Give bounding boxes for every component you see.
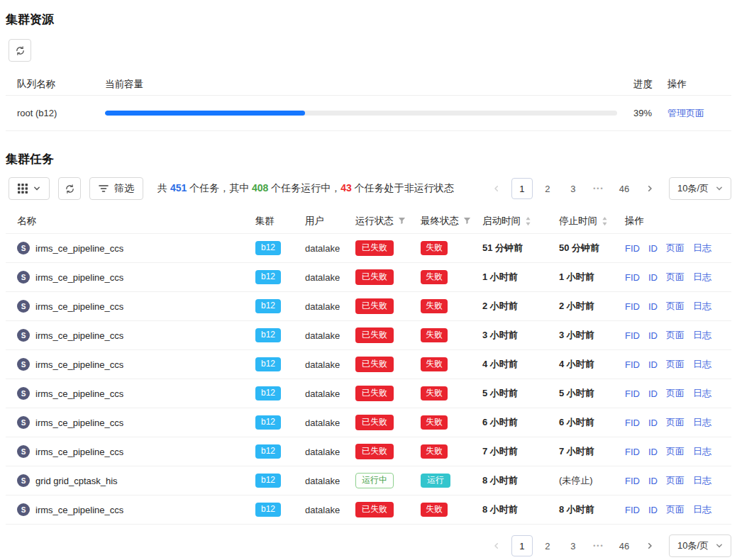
column-layout-dropdown-button[interactable] (9, 177, 50, 200)
filter-funnel-icon[interactable] (398, 217, 406, 225)
log-link[interactable]: 日志 (693, 503, 711, 516)
page-link[interactable]: 页面 (666, 474, 685, 487)
pagination-page-46[interactable]: 46 (614, 535, 635, 556)
run-status-cell: 已失败 (355, 357, 421, 372)
user-cell: datalake (305, 505, 355, 515)
fid-link[interactable]: FID (625, 359, 640, 370)
final-status-cell: 运行 (421, 474, 482, 488)
progress-bar (105, 111, 617, 116)
pagination-page-2[interactable]: 2 (537, 535, 558, 556)
final-status-badge: 失败 (421, 503, 448, 517)
column-header-actions: 操作 (625, 215, 731, 228)
stop-time-cell: 50 分钟前 (559, 242, 625, 254)
log-link[interactable]: 日志 (693, 474, 711, 487)
pagination-page-3[interactable]: 3 (563, 535, 584, 556)
column-header-start-time[interactable]: 启动时间 (482, 215, 559, 228)
pagination-page-1[interactable]: 1 (511, 178, 533, 199)
chevron-right-icon (646, 542, 653, 549)
log-link[interactable]: 日志 (693, 387, 711, 400)
page-link[interactable]: 页面 (666, 387, 685, 400)
id-link[interactable]: ID (648, 243, 658, 254)
fid-link[interactable]: FID (625, 447, 640, 457)
column-header-label: 用户 (305, 215, 324, 228)
task-name: irms_ce_pipeline_ccs (35, 418, 123, 428)
pagination-prev-button[interactable] (486, 535, 507, 556)
task-name: grid grid_cptask_his (35, 476, 118, 486)
task-name-cell: Sirms_ce_pipeline_ccs (6, 358, 255, 371)
pagination-ellipsis[interactable]: ••• (588, 178, 609, 199)
page-link[interactable]: 页面 (666, 416, 685, 429)
fid-link[interactable]: FID (625, 330, 640, 341)
page-size-select[interactable]: 10条/页 (669, 177, 731, 200)
final-status-badge: 失败 (421, 415, 448, 430)
pagination-next-button[interactable] (639, 535, 660, 556)
tasks-refresh-button[interactable] (58, 177, 81, 200)
s-circle-icon: S (17, 271, 30, 284)
manage-page-link[interactable]: 管理页面 (667, 108, 704, 118)
column-header-stop-time[interactable]: 停止时间 (559, 215, 625, 228)
fid-link[interactable]: FID (625, 243, 640, 254)
pagination-prev-button[interactable] (486, 178, 507, 199)
log-link[interactable]: 日志 (693, 358, 711, 371)
pagination-page-2[interactable]: 2 (537, 178, 558, 199)
final-status-cell: 失败 (421, 503, 482, 517)
page-size-select[interactable]: 10条/页 (669, 534, 731, 557)
cluster-cell: b12 (255, 415, 305, 430)
pagination-page-46[interactable]: 46 (614, 178, 635, 199)
actions-cell: FIDID页面日志 (625, 445, 731, 458)
fid-link[interactable]: FID (625, 388, 640, 399)
fid-link[interactable]: FID (625, 272, 640, 283)
page-link[interactable]: 页面 (666, 300, 685, 313)
id-link[interactable]: ID (648, 359, 658, 370)
page-link[interactable]: 页面 (666, 503, 685, 516)
summary-total-count: 451 (170, 182, 187, 194)
task-row: Sgrid grid_cptask_hisb12datalake运行中运行8 小… (6, 466, 731, 495)
pagination-next-button[interactable] (639, 178, 660, 199)
id-link[interactable]: ID (648, 447, 658, 457)
run-status-badge: 已失败 (355, 298, 394, 314)
page-link[interactable]: 页面 (666, 271, 685, 284)
run-status-cell: 已失败 (355, 327, 421, 343)
id-link[interactable]: ID (648, 272, 658, 283)
pagination-page-1[interactable]: 1 (511, 535, 533, 556)
task-name-cell: Sirms_ce_pipeline_ccs (6, 329, 255, 342)
fid-link[interactable]: FID (625, 418, 640, 428)
start-time-cell: 2 小时前 (482, 300, 559, 313)
log-link[interactable]: 日志 (693, 300, 711, 313)
cluster-badge: b12 (255, 299, 281, 313)
filter-button[interactable]: 筛选 (89, 177, 143, 200)
log-link[interactable]: 日志 (693, 329, 711, 342)
page-link[interactable]: 页面 (666, 445, 685, 458)
id-link[interactable]: ID (648, 505, 658, 515)
filter-funnel-icon[interactable] (463, 217, 471, 225)
log-link[interactable]: 日志 (693, 271, 711, 284)
actions-cell: FIDID页面日志 (625, 300, 731, 313)
page-link[interactable]: 页面 (666, 358, 685, 371)
fid-link[interactable]: FID (625, 301, 640, 312)
log-link[interactable]: 日志 (693, 416, 711, 429)
task-name-cell: Sgrid grid_cptask_his (6, 474, 255, 487)
actions-cell: FIDID页面日志 (625, 358, 731, 371)
page-link[interactable]: 页面 (666, 242, 685, 254)
user-cell: datalake (305, 418, 355, 428)
final-status-cell: 失败 (421, 328, 482, 342)
cluster-badge: b12 (255, 474, 281, 488)
id-link[interactable]: ID (648, 388, 658, 399)
pagination-ellipsis[interactable]: ••• (588, 535, 609, 556)
task-row: Sirms_ce_pipeline_ccsb12datalake已失败失败3 小… (6, 321, 731, 350)
resources-refresh-button[interactable] (9, 39, 31, 62)
run-status-cell: 已失败 (355, 415, 421, 430)
cluster-badge: b12 (255, 503, 281, 517)
log-link[interactable]: 日志 (693, 445, 711, 458)
column-header-label: 启动时间 (482, 215, 521, 228)
id-link[interactable]: ID (648, 418, 658, 428)
id-link[interactable]: ID (648, 476, 658, 486)
id-link[interactable]: ID (648, 330, 658, 341)
fid-link[interactable]: FID (625, 505, 640, 515)
log-link[interactable]: 日志 (693, 242, 711, 254)
final-status-cell: 失败 (421, 444, 482, 459)
id-link[interactable]: ID (648, 301, 658, 312)
page-link[interactable]: 页面 (666, 329, 685, 342)
fid-link[interactable]: FID (625, 476, 640, 486)
pagination-page-3[interactable]: 3 (563, 178, 584, 199)
